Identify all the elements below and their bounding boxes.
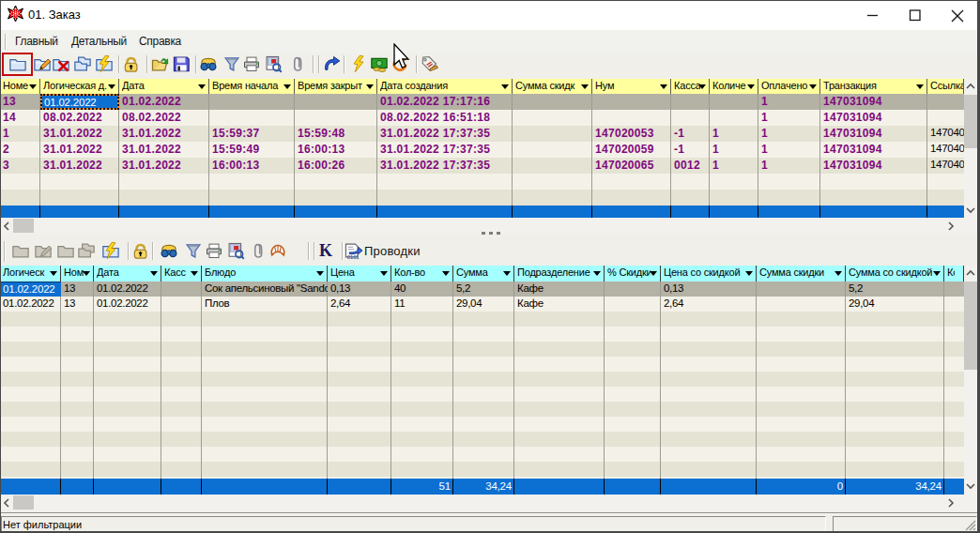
svg-text:0101: 0101 (347, 254, 360, 260)
